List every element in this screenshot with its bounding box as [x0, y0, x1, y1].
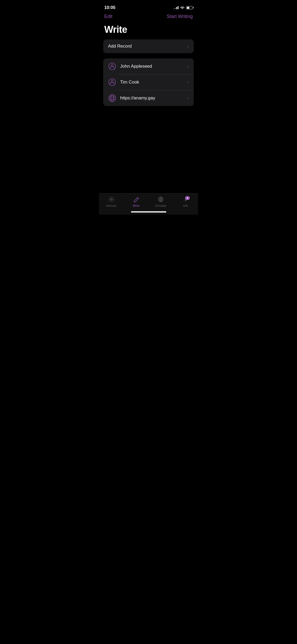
tab-aemulo-label: Aemulo — [106, 204, 116, 207]
records-list: John Appleseed › Tim Cook › https://anam… — [103, 58, 194, 106]
svg-point-10 — [111, 199, 112, 200]
record-name: John Appleseed — [120, 64, 184, 69]
status-icons — [174, 5, 193, 10]
svg-point-4 — [109, 95, 116, 102]
tab-emulate[interactable]: Emulate — [149, 196, 173, 207]
globe-icon — [108, 94, 116, 102]
person-icon — [108, 62, 116, 71]
info-badge: 1 — [185, 196, 190, 200]
tab-write[interactable]: Write — [124, 196, 149, 207]
record-chevron-icon: › — [188, 80, 189, 85]
tab-emulate-label: Emulate — [155, 204, 166, 207]
record-chevron-icon: › — [188, 64, 189, 69]
page-title: Write — [99, 22, 198, 39]
person-icon — [108, 78, 116, 86]
nav-bar: Edit Start Writing — [99, 12, 198, 22]
svg-point-5 — [111, 95, 114, 102]
add-record-label: Add Record — [108, 44, 132, 49]
record-name: Tim Cook — [120, 80, 184, 85]
tab-info[interactable]: 1 Info — [173, 196, 198, 207]
record-chevron-icon: › — [188, 96, 189, 100]
list-item[interactable]: John Appleseed › — [103, 58, 194, 74]
battery-icon — [186, 6, 193, 9]
add-record-card[interactable]: Add Record › — [103, 39, 194, 53]
record-url: https://anamy.gay — [120, 95, 184, 101]
list-item[interactable]: https://anamy.gay › — [103, 90, 194, 106]
list-item[interactable]: Tim Cook › — [103, 74, 194, 90]
tab-write-label: Write — [133, 204, 140, 207]
tab-info-label: Info — [183, 204, 188, 207]
wifi-icon — [180, 5, 185, 10]
edit-button[interactable]: Edit — [104, 14, 112, 19]
status-bar: 10:05 — [99, 0, 198, 12]
status-time: 10:05 — [104, 5, 115, 10]
start-writing-button[interactable]: Start Writing — [167, 14, 193, 19]
svg-point-12 — [158, 197, 163, 202]
write-icon — [133, 196, 140, 203]
home-indicator — [131, 211, 166, 213]
add-record-chevron-icon: › — [188, 44, 189, 49]
emulate-icon — [157, 196, 164, 203]
tab-aemulo[interactable]: Aemulo — [99, 196, 124, 207]
signal-bars-icon — [174, 6, 178, 9]
aemulo-icon — [108, 196, 115, 203]
svg-point-11 — [160, 199, 162, 200]
